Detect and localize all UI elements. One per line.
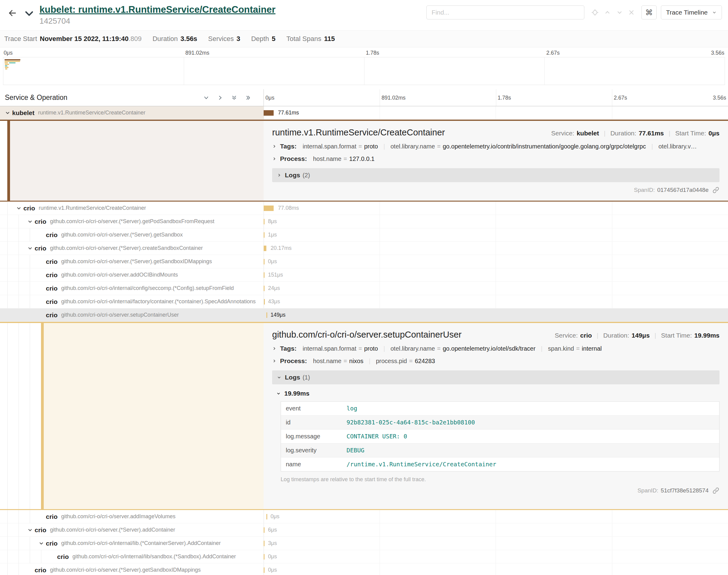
minimap-canvas[interactable]: [3, 57, 725, 85]
expand-all-icon[interactable]: [245, 95, 251, 101]
tags-section[interactable]: Tags: internal.span.format=proto|otel.li…: [272, 143, 720, 150]
span-name-cell[interactable]: criogithub.com/cri-o/cri-o/server.(*Serv…: [0, 564, 264, 575]
link-icon[interactable]: [712, 187, 720, 194]
span-timeline-cell[interactable]: 0μs: [264, 550, 728, 563]
chevron-down-icon[interactable]: [3, 110, 12, 116]
chevron-down-icon[interactable]: [26, 246, 35, 251]
logs-section-header[interactable]: Logs (1): [272, 370, 720, 384]
span-row[interactable]: criogithub.com/cri-o/cri-o/internal/lib/…: [0, 550, 728, 564]
span-bar[interactable]: [266, 514, 267, 519]
span-timeline-cell[interactable]: 8μs: [264, 215, 728, 228]
span-row[interactable]: criogithub.com/cri-o/cri-o/server.setupC…: [0, 308, 728, 322]
span-bar[interactable]: [264, 567, 265, 573]
span-bar[interactable]: [264, 299, 265, 305]
span-row[interactable]: criogithub.com/cri-o/cri-o/internal/fact…: [0, 295, 728, 308]
kv-item: otel.library.v…: [658, 143, 697, 150]
chevron-down-icon[interactable]: [26, 219, 35, 224]
indent-guide: [14, 510, 26, 523]
keyboard-shortcuts-button[interactable]: ⌘: [641, 5, 657, 20]
span-bar[interactable]: [264, 541, 265, 546]
kv-value: go.opentelemetry.io/otel/sdk/tracer: [443, 345, 535, 352]
span-name-cell[interactable]: criogithub.com/cri-o/cri-o/server.addOCI…: [0, 268, 264, 281]
span-bar[interactable]: [264, 206, 274, 211]
span-name-cell[interactable]: criogithub.com/cri-o/cri-o/server.(*Serv…: [0, 523, 264, 536]
find-input[interactable]: [426, 5, 584, 20]
log-field-key: id: [281, 416, 342, 429]
span-bar[interactable]: [264, 554, 265, 560]
find-prev-icon[interactable]: [604, 9, 611, 16]
span-timeline-cell[interactable]: 1μs: [264, 228, 728, 241]
span-timeline-cell[interactable]: 20.17ms: [264, 242, 728, 255]
chevron-down-icon[interactable]: [14, 206, 23, 211]
trace-title-link[interactable]: kubelet: runtime.v1.RuntimeService/Creat…: [39, 4, 275, 15]
span-bar[interactable]: [264, 246, 266, 251]
span-timeline-cell[interactable]: 77.61ms: [264, 106, 728, 119]
span-row[interactable]: criogithub.com/cri-o/cri-o/server.(*Serv…: [0, 523, 728, 537]
minimap-gridline: [364, 57, 364, 85]
span-bar[interactable]: [266, 312, 267, 318]
span-name-cell[interactable]: criogithub.com/cri-o/cri-o/internal/lib/…: [0, 550, 264, 563]
tags-section[interactable]: Tags: internal.span.format=proto|otel.li…: [272, 345, 720, 352]
span-row[interactable]: crioruntime.v1.RuntimeService/CreateCont…: [0, 202, 728, 215]
span-row[interactable]: kubeletruntime.v1.RuntimeService/CreateC…: [0, 106, 728, 120]
span-name-cell[interactable]: criogithub.com/cri-o/cri-o/server.(*Serv…: [0, 228, 264, 241]
clear-find-icon[interactable]: [628, 9, 635, 16]
span-timeline-cell[interactable]: 6μs: [264, 523, 728, 536]
span-row[interactable]: criogithub.com/cri-o/cri-o/server.(*Serv…: [0, 242, 728, 255]
ruler-tick: [264, 89, 264, 106]
span-name-cell[interactable]: criogithub.com/cri-o/cri-o/server.setupC…: [0, 308, 264, 322]
span-name-cell[interactable]: criogithub.com/cri-o/cri-o/server.(*Serv…: [0, 255, 264, 268]
operation-name: github.com/cri-o/cri-o/server.(*Server).…: [50, 218, 217, 225]
collapse-all-icon[interactable]: [231, 95, 237, 101]
span-row[interactable]: criogithub.com/cri-o/cri-o/internal/lib.…: [0, 537, 728, 550]
span-bar[interactable]: [264, 259, 265, 264]
expand-one-icon[interactable]: [217, 95, 223, 101]
span-bar[interactable]: [264, 219, 265, 224]
collapse-header-chevron[interactable]: [24, 8, 35, 19]
span-name-cell[interactable]: criogithub.com/cri-o/cri-o/internal/lib.…: [0, 537, 264, 550]
span-bar[interactable]: [264, 110, 274, 116]
chevron-down-icon[interactable]: [26, 527, 35, 533]
span-timeline-cell[interactable]: 149μs: [264, 308, 728, 322]
locate-icon[interactable]: [591, 8, 599, 16]
span-timeline-cell[interactable]: 77.08ms: [264, 202, 728, 215]
log-entry-header[interactable]: 19.99ms: [276, 390, 720, 397]
span-bar[interactable]: [264, 232, 265, 238]
span-timeline-cell[interactable]: 24μs: [264, 282, 728, 295]
operation-name: runtime.v1.RuntimeService/CreateContaine…: [39, 205, 148, 211]
span-timeline-cell[interactable]: 0μs: [264, 255, 728, 268]
span-name-cell[interactable]: criogithub.com/cri-o/cri-o/internal/fact…: [0, 295, 264, 308]
span-timeline-cell[interactable]: 3μs: [264, 537, 728, 550]
span-name-cell[interactable]: criogithub.com/cri-o/cri-o/internal/conf…: [0, 282, 264, 295]
span-name-cell[interactable]: kubeletruntime.v1.RuntimeService/CreateC…: [0, 106, 264, 119]
find-next-icon[interactable]: [616, 9, 623, 16]
span-name-cell[interactable]: criogithub.com/cri-o/cri-o/server.(*Serv…: [0, 215, 264, 228]
span-bar[interactable]: [264, 272, 265, 278]
span-row[interactable]: criogithub.com/cri-o/cri-o/internal/conf…: [0, 282, 728, 295]
span-bar[interactable]: [264, 527, 265, 533]
span-row[interactable]: criogithub.com/cri-o/cri-o/server.(*Serv…: [0, 564, 728, 575]
span-row[interactable]: criogithub.com/cri-o/cri-o/server.addIma…: [0, 510, 728, 523]
span-name-cell[interactable]: crioruntime.v1.RuntimeService/CreateCont…: [0, 202, 264, 215]
span-name-cell[interactable]: criogithub.com/cri-o/cri-o/server.addIma…: [0, 510, 264, 523]
span-name-cell[interactable]: criogithub.com/cri-o/cri-o/server.(*Serv…: [0, 242, 264, 255]
minimap-tick-label: 0μs: [4, 50, 12, 56]
span-timeline-cell[interactable]: 151μs: [264, 268, 728, 281]
span-row[interactable]: criogithub.com/cri-o/cri-o/server.(*Serv…: [0, 215, 728, 228]
span-row[interactable]: criogithub.com/cri-o/cri-o/server.(*Serv…: [0, 255, 728, 268]
process-section[interactable]: Process: host.name=127.0.0.1: [272, 155, 720, 162]
span-timeline-cell[interactable]: 43μs: [264, 295, 728, 308]
collapse-one-icon[interactable]: [203, 95, 209, 101]
process-section[interactable]: Process: host.name=nixos|process.pid=624…: [272, 357, 720, 365]
span-row[interactable]: criogithub.com/cri-o/cri-o/server.(*Serv…: [0, 228, 728, 242]
link-icon[interactable]: [712, 487, 720, 494]
span-timeline-cell[interactable]: 0μs: [264, 564, 728, 575]
logs-section-header[interactable]: Logs (2): [272, 168, 720, 182]
trace-view-select[interactable]: Trace Timeline: [661, 5, 722, 20]
span-row[interactable]: criogithub.com/cri-o/cri-o/server.addOCI…: [0, 268, 728, 282]
kv-key: internal.span.format: [302, 143, 356, 150]
span-bar[interactable]: [264, 286, 265, 291]
span-timeline-cell[interactable]: 0μs: [264, 510, 728, 523]
chevron-down-icon[interactable]: [37, 541, 46, 546]
back-button[interactable]: [7, 8, 18, 18]
